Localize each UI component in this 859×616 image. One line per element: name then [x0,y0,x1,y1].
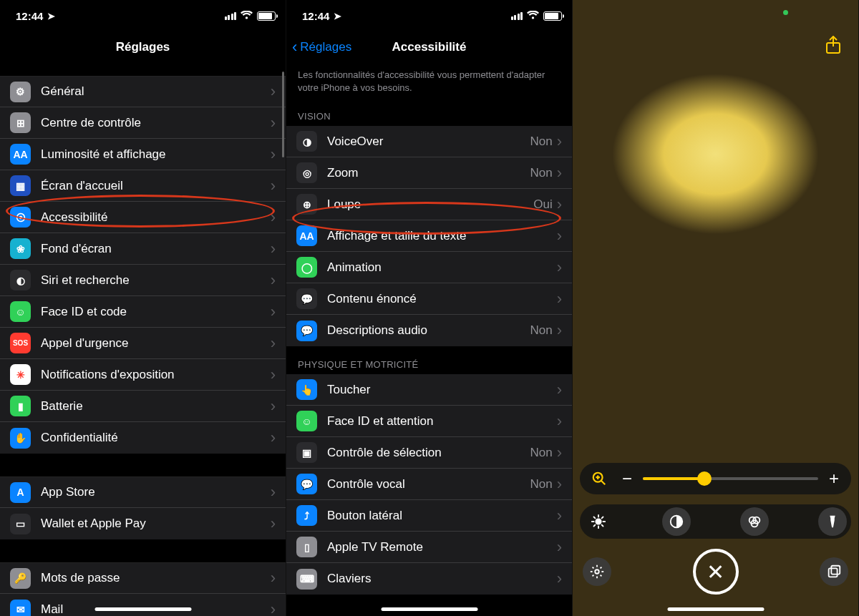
settings-row[interactable]: ✉︎Mail› [0,594,286,616]
row-value: Oui [533,197,552,212]
settings-row[interactable]: ⌨︎Claviers› [286,563,572,595]
back-button[interactable]: ‹ Réglages [292,31,351,63]
settings-row[interactable]: 💬Descriptions audioNon› [286,315,572,346]
settings-row[interactable]: 💬Contenu énoncé› [286,283,572,315]
control-center-icon: ⊞ [10,112,31,133]
home-indicator[interactable] [667,607,764,611]
battery-icon [543,11,562,21]
settings-row[interactable]: ▯Apple TV Remote› [286,532,572,563]
chevron-right-icon: › [271,367,276,383]
row-label: Mots de passe [41,571,271,585]
chevron-right-icon: › [557,414,562,429]
accessibility-pane: 12:44 ➤ ‹ Réglages Accessibilité Les fon… [286,0,573,616]
settings-row[interactable]: SOSAppel d'urgence› [0,328,286,359]
row-value: Non [530,477,552,492]
settings-row[interactable]: ✳︎Notifications d'exposition› [0,359,286,391]
zoom-out-button[interactable]: − [617,469,637,489]
settings-row[interactable]: ◯Animation› [286,252,572,283]
zoom-slider[interactable] [643,477,818,480]
settings-row[interactable]: 🔑Mots de passe› [0,562,286,594]
battery-icon: ▮ [10,396,31,416]
settings-row[interactable]: ✋Confidentialité› [0,422,286,454]
row-label: Appel d'urgence [41,336,271,351]
gear-icon: ⚙︎ [10,82,31,102]
motor-list: 👆Toucher›☺︎Face ID et attention›▣Contrôl… [286,374,572,595]
chevron-right-icon: › [557,291,562,307]
row-label: Contrôle vocal [327,477,530,492]
motion-icon: ◯ [296,257,317,278]
row-label: Notifications d'exposition [41,368,271,382]
intro-text: Les fonctionnalités d'accessibilité vous… [286,63,572,98]
textsize-icon: AA [296,225,317,246]
row-label: VoiceOver [327,135,530,149]
settings-row[interactable]: ◐Siri et recherche› [0,265,286,296]
chevron-right-icon: › [557,445,562,461]
cell-signal-icon [511,11,523,20]
chevron-right-icon: › [557,260,562,275]
section-header-vision: VISION [286,98,572,126]
chevron-right-icon: › [557,228,562,244]
settings-row[interactable]: ⊕LoupeOui› [286,189,572,220]
settings-row[interactable]: 👆Toucher› [286,374,572,406]
zoom-slider-thumb[interactable] [697,471,712,486]
settings-row[interactable]: ◑VoiceOverNon› [286,126,572,157]
settings-row[interactable]: ⚙︎Général› [0,76,286,107]
scrollbar[interactable] [282,72,284,157]
row-value: Non [530,135,552,149]
row-label: Contrôle de sélection [327,446,530,460]
settings-row[interactable]: AAAffichage et taille du texte› [286,220,572,252]
row-label: Affichage et taille du texte [327,229,557,243]
status-time: 12:44 [16,10,43,22]
section-header-motor: PHYSIQUE ET MOTRICITÉ [286,346,572,374]
chevron-right-icon: › [557,539,562,555]
settings-row[interactable]: ☺︎Face ID et code› [0,296,286,328]
multi-capture-button[interactable] [820,557,848,586]
settings-row[interactable]: AALuminosité et affichage› [0,139,286,170]
brightness-button[interactable] [584,507,613,536]
tv-remote-icon: ▯ [296,537,317,557]
row-label: Fond d'écran [41,242,271,256]
settings-row[interactable]: ▭Wallet et Apple Pay› [0,508,286,539]
settings-row[interactable]: ⦿Accessibilité› [0,202,286,233]
chevron-right-icon: › [271,304,276,320]
settings-row[interactable]: ❀Fond d'écran› [0,233,286,265]
row-label: Face ID et attention [327,414,557,429]
svg-point-2 [596,519,601,524]
zoom-in-button[interactable]: + [824,469,844,489]
settings-row[interactable]: ⊞Centre de contrôle› [0,107,286,139]
flashlight-button[interactable] [818,507,847,536]
settings-row[interactable]: ▮Batterie› [0,391,286,422]
row-label: App Store [41,485,271,499]
chevron-right-icon: › [557,134,562,150]
chevron-right-icon: › [557,323,562,338]
row-label: Zoom [327,166,530,180]
zoom-icon [587,466,611,491]
settings-row[interactable]: 💬Contrôle vocalNon› [286,469,572,500]
home-indicator[interactable] [381,607,477,611]
home-screen-icon: ▦ [10,175,31,196]
home-indicator[interactable] [94,607,191,611]
page-title: Réglages [116,40,170,54]
settings-row[interactable]: ◎ZoomNon› [286,157,572,189]
settings-gear-button[interactable] [583,557,611,586]
row-label: Wallet et Apple Pay [41,517,271,531]
settings-row[interactable]: ⤴︎Bouton latéral› [286,500,572,532]
close-capture-button[interactable]: ✕ [693,549,739,595]
settings-row[interactable]: ☺︎Face ID et attention› [286,406,572,437]
row-label: Luminosité et affichage [41,147,271,162]
row-label: Confidentialité [41,431,271,445]
chevron-right-icon: › [557,382,562,398]
row-value: Non [530,446,552,460]
settings-row[interactable]: ▦Écran d'accueil› [0,170,286,202]
share-button[interactable] [821,33,845,57]
zoom-icon: ◎ [296,162,317,183]
chevron-right-icon: › [271,273,276,288]
settings-row[interactable]: AApp Store› [0,476,286,508]
contrast-button[interactable] [662,507,691,536]
settings-row[interactable]: ▣Contrôle de sélectionNon› [286,437,572,469]
location-icon: ➤ [334,11,341,21]
filters-button[interactable] [740,507,769,536]
row-label: Écran d'accueil [41,179,271,193]
wallet-icon: ▭ [10,514,31,534]
page-title: Accessibilité [392,40,467,54]
